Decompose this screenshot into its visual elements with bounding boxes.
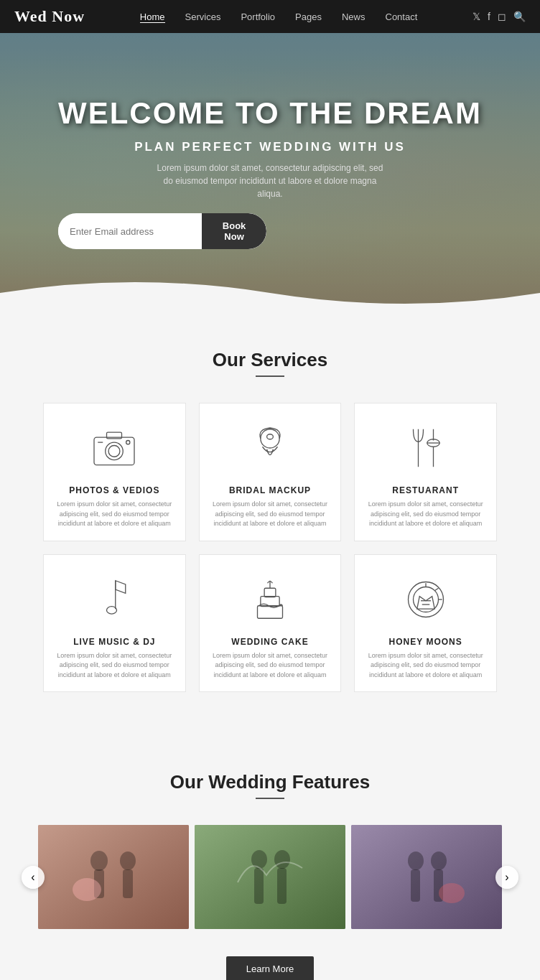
service-card-honeymoon: HONEY MOONS Lorem ipsum dolor sit amet, … xyxy=(354,554,497,693)
svg-point-6 xyxy=(261,429,279,448)
svg-point-24 xyxy=(90,851,108,871)
svg-point-4 xyxy=(126,441,130,444)
camera-icon xyxy=(55,419,174,477)
hero-wave xyxy=(0,271,540,313)
svg-point-28 xyxy=(73,878,101,901)
carousel-track xyxy=(14,825,526,929)
service-music-desc: Lorem ipsum dolor sit amet, consectetur … xyxy=(55,651,174,681)
services-underline xyxy=(256,375,284,377)
nav-home[interactable]: Home xyxy=(140,11,165,23)
svg-rect-29 xyxy=(195,825,345,929)
hero-content: WELCOME TO THE DREAM PLAN PERFECT WEDDIN… xyxy=(58,97,482,249)
service-card-cake: WEDDING CAKE Lorem ipsum dolor sit amet,… xyxy=(199,554,342,693)
service-card-photos: PHOTOS & VEDIOS Lorem ipsum dolor sit am… xyxy=(43,403,186,541)
services-title: Our Services xyxy=(43,349,497,371)
carousel-next-button[interactable]: › xyxy=(495,866,518,889)
svg-point-35 xyxy=(408,851,424,870)
nav-pages[interactable]: Pages xyxy=(295,11,322,22)
learn-more-button[interactable]: Learn More xyxy=(226,956,314,980)
service-honeymoon-title: HONEY MOONS xyxy=(366,637,485,647)
music-icon xyxy=(55,571,174,628)
svg-rect-36 xyxy=(411,869,420,902)
hero-book-button[interactable]: Book Now xyxy=(202,213,266,249)
service-card-music: LIVE MUSIC & DJ Lorem ipsum dolor sit am… xyxy=(43,554,186,693)
features-section: Our Wedding Features ‹ xyxy=(0,735,540,980)
service-bridal-desc: Lorem ipsum dolor sit amet, consectetur … xyxy=(211,500,330,529)
service-photos-title: PHOTOS & VEDIOS xyxy=(55,485,174,495)
svg-line-21 xyxy=(434,588,438,591)
instagram-icon[interactable]: ◻ xyxy=(498,11,506,22)
svg-rect-34 xyxy=(351,825,502,929)
svg-rect-14 xyxy=(257,605,282,618)
hero-description: Lorem ipsum dolor sit amet, consectetur … xyxy=(155,162,385,200)
hero-subtitle: PLAN PERFECT WEDDING WITH US xyxy=(58,140,482,154)
nav-logo[interactable]: Wed Now xyxy=(14,7,85,26)
svg-point-7 xyxy=(267,434,274,439)
nav-icons: 𝕏 f ◻ 🔍 xyxy=(472,11,526,22)
bridal-icon xyxy=(211,419,330,477)
services-section: Our Services PHOTOS & VEDIOS Lorem ipsum… xyxy=(0,313,540,735)
svg-rect-33 xyxy=(277,868,287,904)
carousel-image-2 xyxy=(195,825,345,929)
svg-rect-27 xyxy=(123,869,133,898)
svg-rect-31 xyxy=(254,868,264,904)
hero-email-input[interactable] xyxy=(58,219,202,244)
search-icon[interactable]: 🔍 xyxy=(513,11,526,22)
hero-title: WELCOME TO THE DREAM xyxy=(58,97,482,130)
nav-news[interactable]: News xyxy=(342,11,366,22)
service-music-title: LIVE MUSIC & DJ xyxy=(55,637,174,647)
nav-services[interactable]: Services xyxy=(185,11,221,22)
nav-links: Home Services Portfolio Pages News Conta… xyxy=(140,10,417,23)
svg-rect-16 xyxy=(264,588,276,597)
carousel-prev-button[interactable]: ‹ xyxy=(22,866,45,889)
service-restaurant-desc: Lorem ipsum dolor sit amet, consectetur … xyxy=(366,500,485,529)
restaurant-icon xyxy=(366,419,485,477)
navbar: Wed Now Home Services Portfolio Pages Ne… xyxy=(0,0,540,33)
svg-rect-0 xyxy=(94,437,134,465)
nav-contact[interactable]: Contact xyxy=(386,11,418,22)
svg-point-32 xyxy=(274,850,290,869)
svg-point-26 xyxy=(120,851,136,870)
features-title: Our Wedding Features xyxy=(0,771,540,793)
features-underline xyxy=(256,798,284,799)
carousel-image-3 xyxy=(351,825,502,929)
service-cake-desc: Lorem ipsum dolor sit amet, consectetur … xyxy=(211,651,330,681)
svg-point-37 xyxy=(431,851,447,870)
service-card-restaurant: RESTUARANT Lorem ipsum dolor sit amet, c… xyxy=(354,403,497,541)
service-cake-title: WEDDING CAKE xyxy=(211,637,330,647)
svg-point-1 xyxy=(106,442,124,460)
service-card-bridal: BRIDAL MACKUP Lorem ipsum dolor sit amet… xyxy=(199,403,342,541)
service-honeymoon-desc: Lorem ipsum dolor sit amet, consectetur … xyxy=(366,651,485,681)
twitter-icon[interactable]: 𝕏 xyxy=(472,11,480,22)
hero-section: WELCOME TO THE DREAM PLAN PERFECT WEDDIN… xyxy=(0,33,540,313)
cake-icon xyxy=(211,571,330,628)
facebook-icon[interactable]: f xyxy=(488,11,490,22)
hero-form: Book Now xyxy=(58,213,266,249)
honeymoon-icon xyxy=(366,571,485,628)
service-bridal-title: BRIDAL MACKUP xyxy=(211,485,330,495)
svg-point-39 xyxy=(439,883,465,903)
services-grid: PHOTOS & VEDIOS Lorem ipsum dolor sit am… xyxy=(43,403,497,692)
carousel-image-1 xyxy=(38,825,189,929)
svg-rect-15 xyxy=(261,596,279,606)
features-carousel: ‹ xyxy=(14,825,526,929)
svg-point-13 xyxy=(107,606,117,614)
svg-rect-23 xyxy=(38,825,189,929)
service-photos-desc: Lorem ipsum dolor sit amet, consectetur … xyxy=(55,500,174,529)
nav-portfolio[interactable]: Portfolio xyxy=(241,11,275,22)
svg-point-2 xyxy=(108,446,120,457)
service-restaurant-title: RESTUARANT xyxy=(366,485,485,495)
